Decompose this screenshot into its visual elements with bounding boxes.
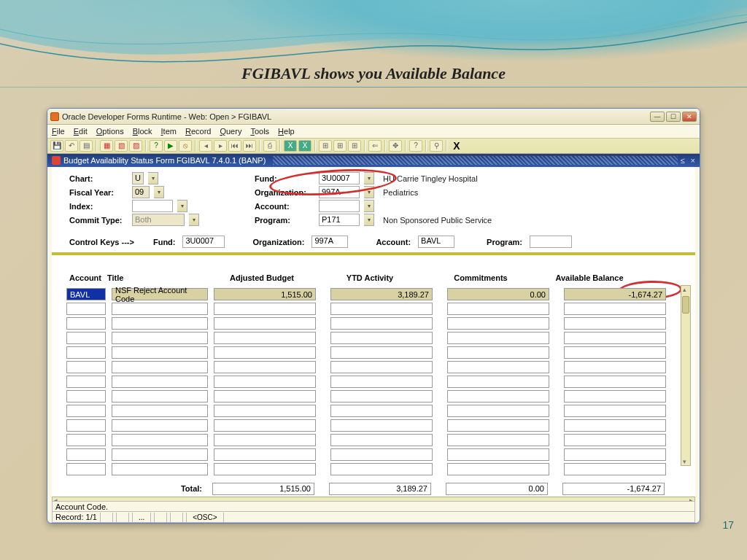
cell-account[interactable]	[66, 317, 106, 330]
next-block-icon[interactable]: ⏭	[243, 140, 256, 152]
duplicate-icon[interactable]: ▨	[129, 140, 142, 152]
cell-account[interactable]	[66, 332, 106, 344]
fiscal-year-input[interactable]: 09	[132, 186, 150, 198]
index-dropdown-icon[interactable]: ▾	[177, 200, 187, 212]
prev-record-icon[interactable]: ◂	[199, 140, 212, 152]
cell-account[interactable]	[66, 376, 106, 388]
close-button[interactable]: ✕	[682, 112, 697, 122]
ck-program-input[interactable]	[530, 236, 572, 248]
cell-adjusted	[214, 419, 316, 432]
cell-commit	[447, 346, 549, 359]
cell-account[interactable]	[66, 405, 106, 417]
table-row[interactable]	[66, 419, 678, 432]
cell-account[interactable]	[66, 463, 106, 475]
remove-icon[interactable]: ▧	[115, 140, 128, 152]
organization-input[interactable]: 997A	[319, 186, 360, 198]
menu-edit[interactable]: Edit	[74, 127, 88, 136]
table-row[interactable]	[66, 405, 678, 418]
account-label: Account:	[255, 202, 314, 211]
commit-type-input[interactable]: Both	[132, 214, 185, 226]
fund-input[interactable]: 3U0007	[319, 172, 360, 184]
print-icon[interactable]: ⎙	[263, 140, 276, 152]
excel-icon[interactable]: X	[284, 140, 297, 152]
ck-fund-input[interactable]: 3U0007	[182, 236, 225, 248]
program-description: Non Sponsored Public Service	[383, 216, 492, 225]
chart-label: Chart:	[69, 174, 128, 183]
cell-account[interactable]	[66, 448, 106, 461]
account-input[interactable]	[319, 200, 360, 212]
vertical-scrollbar[interactable]	[681, 285, 691, 466]
account-dropdown-icon[interactable]: ▾	[364, 200, 374, 212]
cell-account[interactable]	[66, 434, 106, 446]
cell-account[interactable]	[66, 390, 106, 402]
fiscal-year-dropdown-icon[interactable]: ▾	[154, 186, 164, 198]
form-close-icon[interactable]: ×	[691, 156, 695, 165]
chart-input[interactable]: U	[132, 172, 144, 184]
program-input[interactable]: P171	[319, 214, 360, 226]
flag-icon[interactable]: ⚲	[430, 140, 443, 152]
minimize-button[interactable]: —	[650, 112, 665, 122]
prev-block-icon[interactable]: ⏮	[228, 140, 241, 152]
menu-block[interactable]: Block	[133, 127, 152, 136]
cell-title	[112, 376, 208, 388]
enter-query-icon[interactable]: ?	[150, 140, 163, 152]
table-row[interactable]	[66, 448, 678, 462]
index-input[interactable]	[132, 200, 173, 212]
cell-avail	[564, 332, 666, 344]
help-icon[interactable]: ?	[409, 140, 422, 152]
menu-record[interactable]: Record	[185, 127, 211, 136]
cell-account[interactable]	[66, 419, 106, 432]
back-icon[interactable]: ⇐	[368, 140, 382, 152]
menu-file[interactable]: File	[52, 127, 65, 136]
program-dropdown-icon[interactable]: ▾	[364, 214, 374, 226]
cell-account[interactable]	[66, 361, 106, 373]
table-row[interactable]	[66, 434, 678, 447]
page-icon[interactable]: ▤	[80, 140, 93, 152]
form-minimize-icon[interactable]: ≤	[681, 156, 685, 165]
menu-help[interactable]: Help	[278, 127, 295, 136]
table-row[interactable]	[66, 332, 678, 345]
maximize-button[interactable]: ☐	[666, 112, 681, 122]
col-available-balance: Available Balance	[536, 273, 643, 282]
menu-tools[interactable]: Tools	[250, 127, 269, 136]
organization-dropdown-icon[interactable]: ▾	[364, 186, 374, 198]
ck-org-input[interactable]: 997A	[311, 236, 348, 248]
table-row[interactable]	[66, 390, 678, 403]
move-icon[interactable]: ✥	[389, 140, 402, 152]
close-form-button[interactable]: X	[450, 140, 463, 152]
next-record-icon[interactable]: ▸	[214, 140, 227, 152]
nav-icon-1[interactable]: ⊞	[319, 140, 332, 152]
menu-item[interactable]: Item	[161, 127, 177, 136]
cell-account[interactable]	[66, 346, 106, 359]
cell-adjusted	[214, 448, 316, 461]
ck-account-input[interactable]: BAVL	[418, 236, 454, 248]
nav-icon-3[interactable]: ⊞	[348, 140, 361, 152]
excel-icon-2[interactable]: X	[298, 140, 311, 152]
insert-icon[interactable]: ▦	[100, 140, 113, 152]
rollback-icon[interactable]: ↶	[65, 140, 78, 152]
cancel-query-icon[interactable]: ⦸	[179, 140, 192, 152]
cell-account[interactable]: BAVL	[66, 288, 106, 300]
table-row[interactable]	[66, 317, 678, 330]
table-row[interactable]	[66, 346, 678, 359]
nav-icon-2[interactable]: ⊞	[333, 140, 347, 152]
table-row[interactable]	[66, 303, 678, 316]
table-row[interactable]	[66, 376, 678, 389]
table-row[interactable]	[66, 463, 678, 476]
cell-account[interactable]	[66, 303, 106, 315]
program-label: Program:	[255, 216, 314, 225]
table-row[interactable]: BAVLNSF Reject Account Code1,515.003,189…	[66, 288, 678, 301]
table-row[interactable]	[66, 361, 678, 374]
menu-options[interactable]: Options	[96, 127, 124, 136]
form-header: Budget Availability Status Form FGIBAVL …	[47, 154, 700, 167]
save-icon[interactable]: 💾	[50, 140, 63, 152]
cell-commit	[447, 303, 549, 315]
menu-query[interactable]: Query	[220, 127, 241, 136]
window-title: Oracle Developer Forms Runtime - Web: Op…	[62, 112, 647, 121]
chart-dropdown-icon[interactable]: ▾	[148, 172, 158, 184]
execute-query-icon[interactable]: ▶	[164, 140, 177, 152]
commit-type-dropdown-icon[interactable]: ▾	[189, 214, 199, 226]
fund-dropdown-icon[interactable]: ▾	[364, 172, 374, 184]
cell-title	[112, 332, 208, 344]
cell-ytd	[330, 317, 433, 330]
